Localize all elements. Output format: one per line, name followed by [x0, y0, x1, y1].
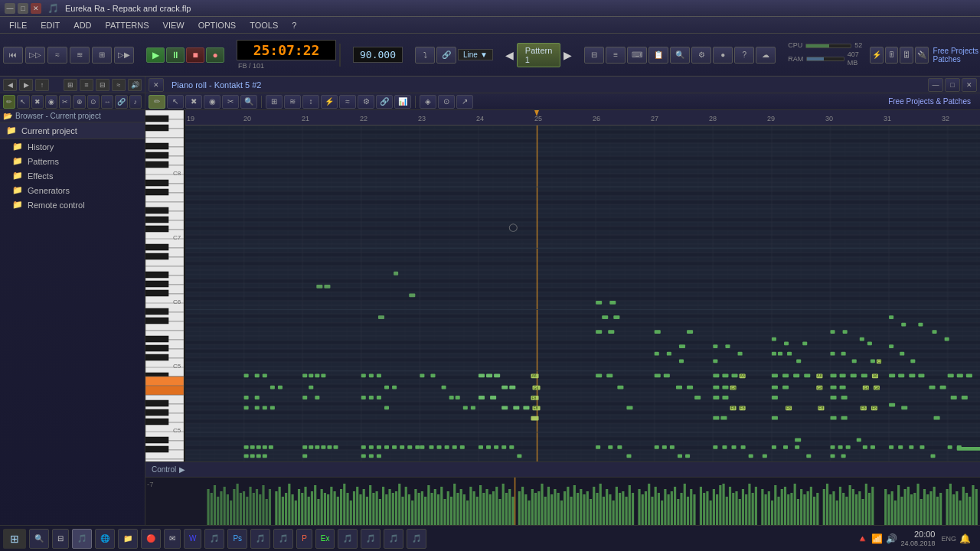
- tb2-vel[interactable]: 📊: [394, 95, 411, 109]
- taskbar-app-ppt[interactable]: P: [296, 529, 312, 549]
- start-button[interactable]: ⊞: [3, 529, 26, 549]
- sidebar-item-history[interactable]: 📁 History: [0, 139, 145, 154]
- tb2-export[interactable]: ↗: [456, 95, 473, 109]
- cloud-btn[interactable]: ☁: [756, 47, 776, 64]
- extra-btn1[interactable]: ⚡: [870, 47, 884, 64]
- tb2-scale[interactable]: ↕: [302, 95, 319, 109]
- pr-tb-draw[interactable]: ✏: [3, 95, 15, 109]
- help-btn[interactable]: ?: [734, 47, 754, 64]
- taskbar-app-4[interactable]: Ex: [315, 529, 335, 549]
- taskbar-app-edge[interactable]: 🌐: [95, 529, 115, 549]
- menu-add[interactable]: ADD: [67, 19, 97, 31]
- pattern-nav-left[interactable]: ◀: [505, 49, 514, 61]
- control-arrow[interactable]: ▶: [179, 465, 185, 474]
- free-link-2[interactable]: Free Projects & Patches: [882, 97, 977, 106]
- taskbar-app-fl[interactable]: 🎵: [72, 529, 92, 549]
- free-projects-link[interactable]: Free Projects & Patches: [930, 47, 980, 64]
- settings-btn[interactable]: ⚙: [691, 47, 711, 64]
- tb-btn-5[interactable]: ⊞: [92, 47, 112, 64]
- sidebar-item-generators[interactable]: 📁 Generators: [0, 183, 145, 197]
- sidebar-up-btn[interactable]: ↑: [35, 79, 49, 91]
- maximize-btn[interactable]: □: [18, 3, 28, 14]
- taskbar-app-2[interactable]: 🎵: [250, 529, 270, 549]
- sidebar-opt2[interactable]: ≡: [80, 79, 93, 91]
- pr-tb-flip[interactable]: ↔: [101, 95, 113, 109]
- pr-min-btn[interactable]: —: [928, 78, 943, 92]
- sidebar-item-effects[interactable]: 📁 Effects: [0, 168, 145, 183]
- piano-keys[interactable]: C8 C7 C6 C5 C5: [145, 110, 185, 461]
- note-grid[interactable]: A6 G6 F8 E8: [185, 126, 980, 461]
- draw-tool[interactable]: ✏: [149, 95, 165, 109]
- sidebar-root-item[interactable]: 📁 Current project: [0, 122, 145, 139]
- sidebar-back-btn[interactable]: ◀: [3, 79, 17, 91]
- mute-tool[interactable]: ◉: [204, 95, 220, 109]
- slice-tool[interactable]: ✂: [222, 95, 239, 109]
- window-controls[interactable]: — □ ✕: [5, 3, 41, 14]
- record-btn[interactable]: ●: [206, 47, 224, 63]
- chan-btn[interactable]: ≡: [606, 47, 626, 64]
- delete-tool[interactable]: ✖: [185, 95, 202, 109]
- taskbar-app-folder[interactable]: 📁: [118, 529, 138, 549]
- playlist-btn[interactable]: 📋: [648, 47, 668, 64]
- sidebar-item-remote[interactable]: 📁 Remote control: [0, 197, 145, 212]
- menu-edit[interactable]: EDIT: [34, 19, 66, 31]
- menu-patterns[interactable]: PATTERNS: [100, 19, 155, 31]
- taskbar-app-ps[interactable]: Ps: [227, 529, 247, 549]
- extra-btn2[interactable]: 🎚: [885, 47, 899, 64]
- menu-view[interactable]: VIEW: [157, 19, 191, 31]
- sidebar-opt1[interactable]: ⊞: [64, 79, 77, 91]
- menu-file[interactable]: FILE: [3, 19, 33, 31]
- tb2-lim[interactable]: 🔗: [376, 95, 393, 109]
- browser-btn[interactable]: 🔍: [670, 47, 690, 64]
- sidebar-opt5[interactable]: 🔊: [128, 79, 142, 91]
- play-btn[interactable]: ▶: [146, 47, 165, 63]
- pattern-btn[interactable]: Pattern 1: [517, 43, 560, 67]
- stop-btn[interactable]: ■: [186, 47, 204, 63]
- extra-btn3[interactable]: 🎛: [900, 47, 913, 64]
- pr-tb-snap[interactable]: ⊙: [87, 95, 100, 109]
- line-mode-dropdown[interactable]: Line▼: [458, 49, 493, 60]
- snap-btn[interactable]: ⤵: [415, 47, 435, 64]
- taskbar-taskview[interactable]: ⊟: [52, 529, 69, 549]
- rec2-btn[interactable]: ●: [713, 47, 733, 64]
- pr-tb-piano[interactable]: ♪: [129, 95, 142, 109]
- tray-clock[interactable]: 20:00 24.08.2018: [900, 530, 935, 547]
- pr-tb-mute[interactable]: ◉: [45, 95, 57, 109]
- sidebar-opt3[interactable]: ⊟: [96, 79, 109, 91]
- sidebar-opt4[interactable]: ≈: [112, 79, 126, 91]
- menu-options[interactable]: OPTIONS: [192, 19, 243, 31]
- tb-btn-3[interactable]: ≈: [47, 47, 67, 64]
- tb2-strum[interactable]: ≈: [339, 95, 356, 109]
- tb2-snap[interactable]: ⊞: [266, 95, 283, 109]
- mixer-btn[interactable]: ⊟: [584, 47, 604, 64]
- bpm-display[interactable]: 90.000: [353, 47, 403, 63]
- pause-btn[interactable]: ⏸: [166, 47, 185, 63]
- pr-close-btn[interactable]: ✕: [149, 78, 164, 92]
- pr-tb-slice[interactable]: ✂: [59, 95, 71, 109]
- piano-btn[interactable]: ⌨: [627, 47, 647, 64]
- taskbar-app-5[interactable]: 🎵: [338, 529, 358, 549]
- pr-tb-sel[interactable]: ↖: [17, 95, 29, 109]
- taskbar-app-chrome[interactable]: 🔴: [141, 529, 161, 549]
- pr-tb-del[interactable]: ✖: [31, 95, 44, 109]
- extra-btn4[interactable]: 🔌: [915, 47, 929, 64]
- taskbar-app-3[interactable]: 🎵: [273, 529, 293, 549]
- pr-max-btn[interactable]: □: [945, 78, 960, 92]
- taskbar-app-word[interactable]: W: [184, 529, 201, 549]
- tb-btn-1[interactable]: ⏮: [3, 47, 23, 64]
- close-btn[interactable]: ✕: [31, 3, 41, 14]
- select-tool[interactable]: ↖: [167, 95, 184, 109]
- taskbar-app-7[interactable]: 🎵: [384, 529, 403, 549]
- pattern-nav-right[interactable]: ▶: [564, 49, 572, 61]
- tb2-perf[interactable]: ⊙: [438, 95, 455, 109]
- tb2-stamp[interactable]: ◈: [420, 95, 436, 109]
- pr-tb-zoom[interactable]: ⊕: [73, 95, 85, 109]
- sidebar-item-patterns[interactable]: 📁 Patterns: [0, 154, 145, 168]
- zoom-tool[interactable]: 🔍: [240, 95, 257, 109]
- taskbar-app-6[interactable]: 🎵: [361, 529, 381, 549]
- tb-btn-4[interactable]: ≋: [70, 47, 90, 64]
- tb2-quantize[interactable]: ≋: [284, 95, 301, 109]
- taskbar-app-music[interactable]: 🎵: [204, 529, 224, 549]
- pr-tb-glue[interactable]: 🔗: [115, 95, 127, 109]
- taskbar-app-8[interactable]: 🎵: [407, 529, 426, 549]
